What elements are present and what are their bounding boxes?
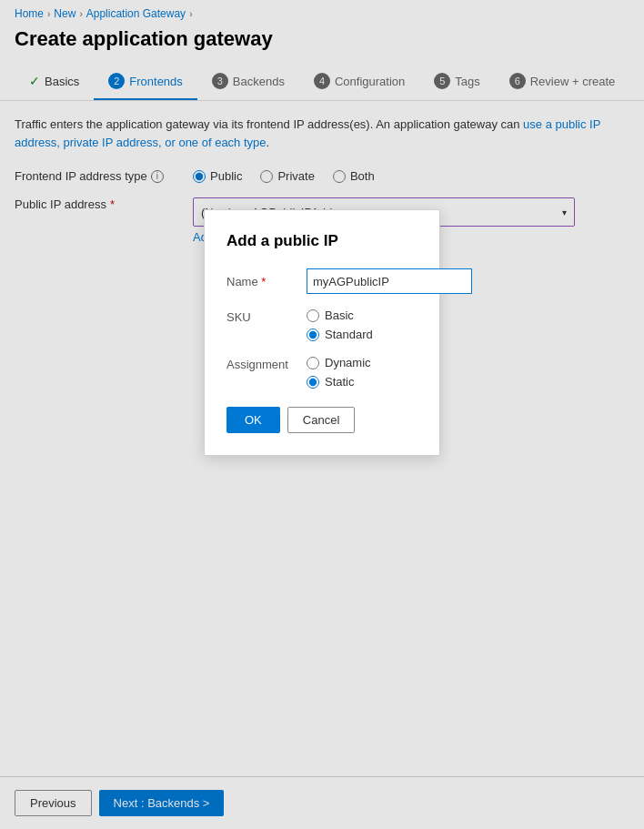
dialog-name-row: Name *	[226, 268, 418, 294]
dialog-title: Add a public IP	[226, 232, 418, 250]
radio-sku-standard[interactable]: Standard	[307, 328, 373, 341]
dialog-assignment-group: Dynamic Static	[307, 356, 371, 389]
dialog-cancel-button[interactable]: Cancel	[287, 407, 355, 433]
dialog-assignment-label: Assignment	[226, 356, 299, 371]
dialog-ok-button[interactable]: OK	[226, 407, 280, 433]
dialog-name-required: *	[261, 275, 266, 288]
radio-assignment-dynamic[interactable]: Dynamic	[307, 356, 371, 369]
radio-assignment-dynamic-label: Dynamic	[325, 356, 371, 369]
dialog-name-label: Name *	[226, 275, 299, 288]
dialog-sku-group: Basic Standard	[307, 308, 373, 341]
radio-sku-basic[interactable]: Basic	[307, 308, 373, 322]
radio-sku-standard-input[interactable]	[307, 329, 319, 341]
radio-assignment-static-input[interactable]	[307, 376, 319, 389]
dialog-name-input[interactable]	[307, 268, 472, 294]
dialog-buttons: OK Cancel	[226, 407, 418, 433]
radio-assignment-dynamic-input[interactable]	[307, 357, 319, 369]
dialog-sku-label: SKU	[226, 308, 299, 324]
radio-assignment-static-label: Static	[325, 375, 355, 389]
dialog-assignment-row: Assignment Dynamic Static	[226, 356, 418, 389]
dialog-overlay: Add a public IP Name * SKU Basic Standar…	[0, 0, 644, 829]
radio-sku-standard-label: Standard	[325, 328, 373, 341]
radio-sku-basic-input[interactable]	[307, 309, 319, 322]
radio-sku-basic-label: Basic	[325, 308, 354, 322]
add-public-ip-dialog: Add a public IP Name * SKU Basic Standar…	[204, 209, 440, 456]
dialog-sku-row: SKU Basic Standard	[226, 308, 418, 341]
radio-assignment-static[interactable]: Static	[307, 375, 371, 389]
